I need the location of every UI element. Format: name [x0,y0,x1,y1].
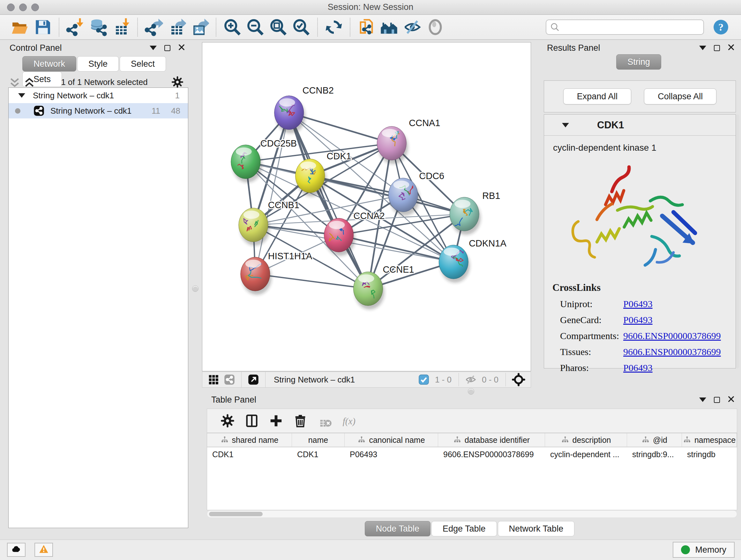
column-header-database-identifier[interactable]: database identifier [438,433,545,447]
node-CCNA1[interactable]: CCNA1 [377,118,440,164]
cell-canonical-name[interactable]: P06493 [345,447,438,461]
float-panel-icon[interactable] [714,45,720,51]
expand-all-icon[interactable] [23,77,36,87]
import-database-icon[interactable] [89,18,108,37]
results-scrollbar[interactable] [736,114,739,368]
network-overview-icon[interactable] [380,18,399,37]
crosslink-link[interactable]: P06493 [623,362,653,373]
tab-select[interactable]: Select [120,56,166,71]
collapse-all-icon[interactable] [8,77,21,87]
open-in-window-icon[interactable] [248,374,259,385]
column-header-shared-name[interactable]: shared name [207,433,292,447]
save-session-icon[interactable] [33,18,52,37]
expand-all-button[interactable]: Expand All [563,88,631,105]
tab-edge-table[interactable]: Edge Table [431,521,497,537]
birdseye-crosshair-icon[interactable] [512,373,525,386]
crosslink-link[interactable]: P06493 [623,299,653,309]
panel-menu-icon[interactable] [699,46,706,50]
scrollbar-thumb[interactable] [209,512,263,516]
node-CCNE1[interactable]: CCNE1 [354,264,414,309]
cloud-button[interactable] [7,543,25,557]
collapse-entry-icon[interactable] [562,123,569,127]
highlight-icon[interactable] [426,18,445,37]
crosslink-row: Tissues:9606.ENSP00000378699 [552,347,732,357]
zoom-window-icon[interactable] [31,3,39,11]
refresh-icon[interactable] [325,18,343,37]
table-row[interactable]: CDK1CDK1P064939606.ENSP00000378699cyclin… [207,447,737,461]
open-session-icon[interactable] [10,18,29,37]
cell-name[interactable]: CDK1 [292,447,345,461]
memory-button[interactable]: Memory [673,542,735,558]
result-entry-header[interactable]: CDK1 [544,115,736,136]
settings-icon[interactable] [220,414,235,428]
tab-network-table[interactable]: Network Table [498,521,575,537]
tab-style[interactable]: Style [77,56,119,71]
search-input[interactable] [546,19,704,35]
column-header-name[interactable]: name [292,433,345,447]
node-label-CDC6: CDC6 [419,171,444,181]
edge-CDK1-RB1[interactable] [310,176,465,214]
column-header-namespace[interactable]: namespace [682,433,737,447]
close-panel-icon[interactable] [728,395,735,404]
float-panel-icon[interactable] [714,397,720,403]
warnings-button[interactable] [35,543,53,557]
close-panel-icon[interactable] [178,44,185,52]
zoom-selected-icon[interactable] [292,18,311,37]
cell--id[interactable]: stringdb:9... [627,447,682,461]
network-view-canvas[interactable]: CCNB2CCNA1CDC25BCDK1CDC6RB1CCNB1CCNA2CDK… [202,42,531,371]
tab-network[interactable]: Network [22,56,76,71]
hidden-eye-icon[interactable] [465,374,476,385]
network-row[interactable]: String Network – cdk1 11 48 [9,103,188,118]
import-network-icon[interactable] [66,18,84,37]
help-icon[interactable]: ? [713,19,729,35]
first-neighbors-icon[interactable] [357,18,376,37]
add-icon[interactable] [269,414,283,428]
node-CDC6[interactable]: CDC6 [388,171,444,216]
import-table-icon[interactable] [112,18,131,37]
column-header--id[interactable]: @id [627,433,682,447]
edge-HIST1H1A-CCNE1[interactable] [255,274,368,289]
share-view-icon[interactable] [224,374,235,385]
float-panel-icon[interactable] [164,45,171,51]
selected-checkbox-icon[interactable] [418,374,429,385]
node-RB1[interactable]: RB1 [450,191,500,235]
cell-database-identifier[interactable]: 9606.ENSP00000378699 [438,447,545,461]
node-CDKN1A[interactable]: CDKN1A [439,238,507,283]
grid-view-icon[interactable] [208,374,219,385]
close-window-icon[interactable] [7,3,15,11]
network-options-gear-icon[interactable] [171,76,184,88]
zoom-in-icon[interactable] [223,18,242,37]
cell-shared-name[interactable]: CDK1 [207,447,292,461]
cell-namespace[interactable]: stringdb [682,447,737,461]
hide-unhide-icon[interactable] [403,18,421,37]
collapse-tree-icon[interactable] [18,93,25,98]
zoom-out-icon[interactable] [246,18,265,37]
export-network-icon[interactable] [145,18,163,37]
crosslink-link[interactable]: P06493 [623,314,653,325]
export-image-icon[interactable] [191,18,209,37]
edge-CCNB2-HIST1H1A[interactable] [255,113,289,274]
node-CCNA2[interactable]: CCNA2 [324,211,385,256]
tab-string[interactable]: String [616,54,661,70]
panel-menu-icon[interactable] [150,46,157,50]
column-header-canonical-name[interactable]: canonical name [345,433,438,447]
delete-icon[interactable] [293,414,308,428]
collapse-all-button[interactable]: Collapse All [644,88,717,105]
column-header-description[interactable]: description [545,433,627,447]
edge-CCNB2-CCNE1[interactable] [289,113,368,289]
crosslink-row: GeneCard:P06493 [552,314,732,325]
close-panel-icon[interactable] [728,44,735,52]
network-collection-row[interactable]: String Network – cdk1 1 [9,88,188,103]
left-splitter-handle[interactable] [192,286,199,292]
panel-menu-icon[interactable] [699,397,706,402]
crosslink-link[interactable]: 9606.ENSP00000378699 [623,330,721,341]
cell-description[interactable]: cyclin-dependent ... [545,447,627,461]
minimize-window-icon[interactable] [19,3,27,11]
zoom-fit-icon[interactable] [269,18,287,37]
columns-icon[interactable] [245,414,259,428]
node-HIST1H1A[interactable]: HIST1H1A [241,251,313,295]
crosslink-link[interactable]: 9606.ENSP00000378699 [623,347,721,357]
tab-node-table[interactable]: Node Table [365,521,430,537]
export-table-icon[interactable] [167,18,186,37]
table-hscrollbar[interactable] [207,510,737,518]
